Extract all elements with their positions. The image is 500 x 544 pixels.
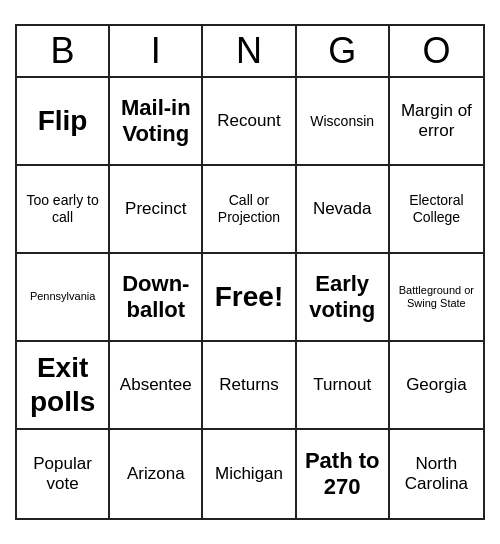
bingo-cell-9: Electoral College <box>390 166 483 254</box>
header-letter-n: N <box>203 26 296 76</box>
bingo-header: BINGO <box>17 26 483 78</box>
bingo-cell-12: Free! <box>203 254 296 342</box>
cell-text-18: Turnout <box>313 375 371 395</box>
cell-text-14: Battleground or Swing State <box>394 284 479 310</box>
bingo-cell-6: Precinct <box>110 166 203 254</box>
cell-text-22: Michigan <box>215 464 283 484</box>
bingo-cell-1: Mail-in Voting <box>110 78 203 166</box>
cell-text-1: Mail-in Voting <box>114 95 197 148</box>
bingo-cell-17: Returns <box>203 342 296 430</box>
cell-text-10: Pennsylvania <box>30 290 95 303</box>
bingo-cell-14: Battleground or Swing State <box>390 254 483 342</box>
cell-text-23: Path to 270 <box>301 448 384 501</box>
header-letter-i: I <box>110 26 203 76</box>
bingo-cell-2: Recount <box>203 78 296 166</box>
bingo-cell-18: Turnout <box>297 342 390 430</box>
cell-text-16: Absentee <box>120 375 192 395</box>
bingo-cell-11: Down-ballot <box>110 254 203 342</box>
bingo-grid: FlipMail-in VotingRecountWisconsinMargin… <box>17 78 483 518</box>
cell-text-3: Wisconsin <box>310 113 374 130</box>
bingo-cell-13: Early voting <box>297 254 390 342</box>
cell-text-11: Down-ballot <box>114 271 197 324</box>
bingo-cell-20: Popular vote <box>17 430 110 518</box>
bingo-board: BINGO FlipMail-in VotingRecountWisconsin… <box>15 24 485 520</box>
bingo-cell-8: Nevada <box>297 166 390 254</box>
bingo-cell-10: Pennsylvania <box>17 254 110 342</box>
cell-text-12: Free! <box>215 280 283 314</box>
bingo-cell-4: Margin of error <box>390 78 483 166</box>
cell-text-9: Electoral College <box>394 192 479 226</box>
cell-text-19: Georgia <box>406 375 466 395</box>
header-letter-b: B <box>17 26 110 76</box>
bingo-cell-21: Arizona <box>110 430 203 518</box>
cell-text-15: Exit polls <box>21 351 104 418</box>
cell-text-5: Too early to call <box>21 192 104 226</box>
bingo-cell-7: Call or Projection <box>203 166 296 254</box>
cell-text-21: Arizona <box>127 464 185 484</box>
header-letter-o: O <box>390 26 483 76</box>
cell-text-0: Flip <box>38 104 88 138</box>
bingo-cell-15: Exit polls <box>17 342 110 430</box>
bingo-cell-3: Wisconsin <box>297 78 390 166</box>
cell-text-17: Returns <box>219 375 279 395</box>
cell-text-7: Call or Projection <box>207 192 290 226</box>
cell-text-24: North Carolina <box>394 454 479 495</box>
bingo-cell-16: Absentee <box>110 342 203 430</box>
bingo-cell-22: Michigan <box>203 430 296 518</box>
bingo-cell-5: Too early to call <box>17 166 110 254</box>
bingo-cell-19: Georgia <box>390 342 483 430</box>
bingo-cell-23: Path to 270 <box>297 430 390 518</box>
header-letter-g: G <box>297 26 390 76</box>
cell-text-20: Popular vote <box>21 454 104 495</box>
cell-text-13: Early voting <box>301 271 384 324</box>
cell-text-2: Recount <box>217 111 280 131</box>
bingo-cell-0: Flip <box>17 78 110 166</box>
bingo-cell-24: North Carolina <box>390 430 483 518</box>
cell-text-4: Margin of error <box>394 101 479 142</box>
cell-text-6: Precinct <box>125 199 186 219</box>
cell-text-8: Nevada <box>313 199 372 219</box>
